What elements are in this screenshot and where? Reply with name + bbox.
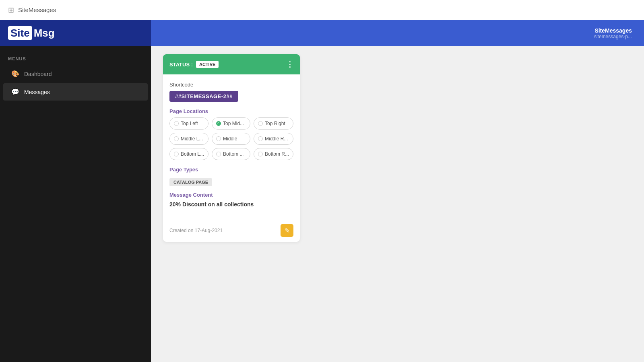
header-right-title: SiteMessages	[594, 27, 632, 34]
location-middle-right[interactable]: Middle R...	[254, 133, 293, 145]
edit-icon: ✎	[285, 227, 290, 234]
app-icon: ⊞	[8, 6, 14, 14]
radio-dot-top-right	[258, 121, 263, 126]
location-middle-left[interactable]: Middle L...	[169, 133, 208, 145]
catalog-badge: CATALOG PAGE	[169, 178, 212, 186]
dashboard-icon: 🎨	[11, 70, 19, 78]
card-footer: Created on 17-Aug-2021 ✎	[163, 219, 300, 242]
shortcode-label: Shortcode	[169, 82, 293, 88]
location-middle[interactable]: Middle	[212, 133, 250, 145]
radio-dot-bottom-mid	[216, 152, 221, 156]
top-bar-title: SiteMessages	[18, 6, 56, 13]
layout: MENUS 🎨 Dashboard 💬 Messages STATUS : AC…	[0, 46, 644, 362]
message-text: 20% Discount on all collections	[169, 201, 293, 208]
location-bottom-mid[interactable]: Bottom ...	[212, 148, 250, 160]
status-label: STATUS :	[169, 62, 193, 68]
page-locations-grid: Top Left Top Mid... Top Right Middle L..…	[169, 117, 293, 160]
status-badge: ACTIVE	[196, 61, 219, 68]
radio-dot-middle	[216, 136, 221, 141]
message-content-label: Message Content	[169, 192, 293, 198]
location-top-right[interactable]: Top Right	[254, 117, 293, 130]
location-top-mid[interactable]: Top Mid...	[212, 117, 250, 130]
card-header: STATUS : ACTIVE ⋮	[163, 54, 300, 74]
radio-dot-bottom-left	[174, 152, 179, 156]
radio-dot-middle-left	[174, 136, 179, 141]
main-content: STATUS : ACTIVE ⋮ Shortcode ##SITEMESSAG…	[151, 46, 644, 362]
sidebar-item-label: Messages	[24, 89, 50, 95]
sidebar-item-label: Dashboard	[24, 71, 52, 77]
page-types-label: Page Types	[169, 167, 293, 173]
top-bar: ⊞ SiteMessages	[0, 0, 644, 20]
shortcode-value: ##SITEMESSAGE-2##	[169, 91, 238, 102]
header: SiteMsg SiteMessages sitemessages-p...	[0, 20, 644, 46]
location-top-left[interactable]: Top Left	[169, 117, 208, 130]
sidebar: MENUS 🎨 Dashboard 💬 Messages	[0, 46, 151, 362]
page-locations-label: Page Locations	[169, 108, 293, 114]
sidebar-item-dashboard[interactable]: 🎨 Dashboard	[3, 65, 148, 82]
header-right-sub: sitemessages-p...	[594, 34, 632, 39]
menus-label: MENUS	[0, 52, 151, 64]
location-bottom-left[interactable]: Bottom L...	[169, 148, 208, 160]
created-date: Created on 17-Aug-2021	[169, 228, 223, 233]
radio-dot-middle-right	[258, 136, 263, 141]
page-types-section: Page Types CATALOG PAGE	[169, 167, 293, 186]
card-menu-button[interactable]: ⋮	[286, 60, 293, 69]
header-right: SiteMessages sitemessages-p...	[594, 27, 644, 39]
header-logo: SiteMsg	[0, 20, 151, 46]
edit-button[interactable]: ✎	[281, 224, 293, 237]
card-body: Shortcode ##SITEMESSAGE-2## Page Locatio…	[163, 74, 300, 219]
radio-dot-top-mid	[216, 121, 221, 126]
sidebar-item-messages[interactable]: 💬 Messages	[3, 83, 148, 101]
location-bottom-right[interactable]: Bottom R...	[254, 148, 293, 160]
radio-dot-bottom-right	[258, 152, 263, 156]
radio-dot-top-left	[174, 121, 179, 126]
logo: SiteMsg	[8, 27, 55, 39]
message-card: STATUS : ACTIVE ⋮ Shortcode ##SITEMESSAG…	[163, 54, 300, 242]
messages-icon: 💬	[11, 88, 19, 96]
status-row: STATUS : ACTIVE	[169, 61, 219, 68]
message-content-section: Message Content 20% Discount on all coll…	[169, 192, 293, 208]
